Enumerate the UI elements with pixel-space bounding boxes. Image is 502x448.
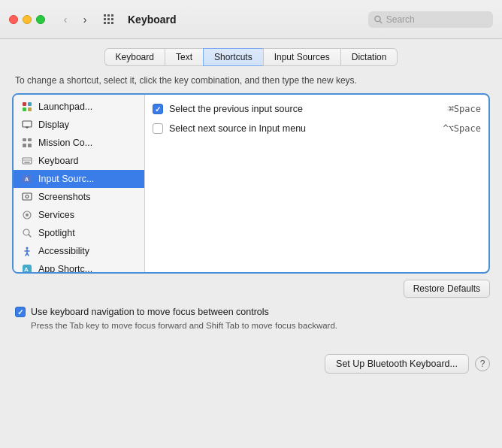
- help-button[interactable]: ?: [475, 356, 490, 371]
- svg-point-0: [375, 16, 380, 21]
- titlebar: ‹ › Keyboard: [0, 0, 502, 39]
- sidebar-label-display: Display: [38, 120, 69, 130]
- sidebar-label-app-shortcuts: App Shortc...: [38, 264, 92, 272]
- grid-icon[interactable]: [104, 14, 114, 25]
- shortcut-row-select-prev[interactable]: Select the previous input source ⌘Space: [145, 99, 488, 119]
- keyboard-nav-checkbox[interactable]: [15, 307, 26, 317]
- input-sources-icon: A: [21, 173, 33, 185]
- sidebar-label-spotlight: Spotlight: [38, 228, 75, 238]
- keyboard-nav-label: Use keyboard navigation to move focus be…: [31, 307, 269, 317]
- sidebar-item-spotlight[interactable]: Spotlight: [14, 224, 144, 242]
- svg-point-25: [26, 213, 29, 216]
- tab-input-sources[interactable]: Input Sources: [263, 48, 340, 66]
- sidebar-label-mission: Mission Co...: [38, 138, 92, 148]
- svg-text:A: A: [24, 266, 29, 272]
- svg-line-1: [380, 21, 382, 23]
- minimize-button[interactable]: [23, 15, 32, 24]
- tab-shortcuts[interactable]: Shortcuts: [203, 48, 263, 66]
- checkbox-select-prev[interactable]: [153, 104, 163, 114]
- display-icon: [21, 119, 33, 131]
- keyboard-nav-checkbox-row: Use keyboard navigation to move focus be…: [15, 307, 487, 317]
- tab-keyboard[interactable]: Keyboard: [104, 48, 165, 66]
- keyboard-icon: [21, 155, 33, 167]
- sidebar-label-input-sources: Input Sourc...: [38, 174, 94, 184]
- close-button[interactable]: [9, 15, 18, 24]
- sidebar-label-screenshots: Screenshots: [38, 192, 90, 202]
- sidebar: Launchpad... Display: [14, 95, 145, 272]
- svg-rect-11: [23, 144, 26, 147]
- main-panel: Launchpad... Display: [12, 93, 490, 274]
- app-shortcuts-icon: A: [21, 263, 33, 272]
- search-input[interactable]: [386, 14, 487, 25]
- instruction-text: To change a shortcut, select it, click t…: [12, 75, 490, 86]
- svg-rect-3: [28, 102, 32, 106]
- sidebar-label-services: Services: [38, 210, 74, 220]
- sidebar-item-screenshots[interactable]: Screenshots: [14, 188, 144, 206]
- maximize-button[interactable]: [36, 15, 45, 24]
- checkbox-select-next[interactable]: [153, 123, 163, 134]
- svg-rect-12: [28, 144, 32, 147]
- bottom-section: Use keyboard navigation to move focus be…: [12, 307, 490, 330]
- spotlight-icon: [21, 227, 33, 239]
- services-icon: [21, 209, 33, 221]
- shortcut-label-select-prev: Select the previous input source: [169, 104, 443, 114]
- nav-buttons: ‹ ›: [57, 11, 93, 28]
- content-area: Keyboard Text Shortcuts Input Sources Di…: [0, 39, 502, 347]
- svg-rect-10: [28, 138, 32, 141]
- restore-defaults-button[interactable]: Restore Defaults: [404, 280, 490, 298]
- window-title: Keyboard: [128, 14, 177, 26]
- sidebar-item-input-sources[interactable]: A Input Sourc...: [14, 170, 144, 188]
- svg-rect-4: [23, 107, 26, 111]
- shortcut-key-select-next: ^⌥Space: [443, 123, 481, 134]
- sidebar-label-keyboard: Keyboard: [38, 156, 79, 166]
- bluetooth-keyboard-button[interactable]: Set Up Bluetooth Keyboard...: [325, 354, 469, 374]
- shortcut-key-select-prev: ⌘Space: [449, 104, 481, 114]
- svg-point-23: [26, 195, 29, 198]
- svg-line-32: [27, 253, 29, 256]
- svg-rect-13: [23, 158, 32, 164]
- sidebar-label-accessibility: Accessibility: [38, 246, 89, 256]
- sidebar-item-keyboard[interactable]: Keyboard: [14, 152, 144, 170]
- accessibility-icon: [21, 245, 33, 257]
- restore-defaults-row: Restore Defaults: [12, 280, 490, 298]
- svg-rect-6: [23, 121, 32, 127]
- mission-control-icon: [21, 137, 33, 149]
- svg-line-27: [29, 235, 31, 237]
- sidebar-item-mission-control[interactable]: Mission Co...: [14, 134, 144, 152]
- back-button[interactable]: ‹: [57, 11, 74, 28]
- sidebar-item-display[interactable]: Display: [14, 116, 144, 134]
- shortcut-list: Select the previous input source ⌘Space …: [145, 95, 488, 272]
- shortcut-row-select-next[interactable]: Select next source in Input menu ^⌥Space: [145, 119, 488, 138]
- svg-rect-22: [23, 193, 32, 200]
- traffic-lights: [9, 15, 45, 24]
- forward-button[interactable]: ›: [77, 11, 93, 28]
- svg-text:A: A: [25, 177, 29, 182]
- sidebar-label-launchpad: Launchpad...: [38, 101, 92, 112]
- tab-bar: Keyboard Text Shortcuts Input Sources Di…: [12, 48, 490, 66]
- tab-dictation[interactable]: Dictation: [340, 48, 398, 66]
- bottom-bar: Set Up Bluetooth Keyboard... ?: [0, 348, 502, 380]
- tab-text[interactable]: Text: [165, 48, 203, 66]
- shortcut-label-select-next: Select next source in Input menu: [169, 123, 437, 134]
- search-bar[interactable]: [368, 11, 493, 28]
- sidebar-item-accessibility[interactable]: Accessibility: [14, 242, 144, 260]
- sidebar-item-launchpad[interactable]: Launchpad...: [14, 98, 144, 116]
- svg-rect-9: [23, 138, 26, 141]
- keyboard-nav-sublabel: Press the Tab key to move focus forward …: [31, 321, 487, 330]
- search-icon: [374, 15, 383, 24]
- sidebar-item-app-shortcuts[interactable]: A App Shortc...: [14, 260, 144, 272]
- svg-rect-5: [28, 107, 32, 111]
- sidebar-item-services[interactable]: Services: [14, 206, 144, 224]
- launchpad-icon: [21, 101, 33, 113]
- svg-rect-2: [23, 102, 26, 106]
- screenshots-icon: [21, 191, 33, 203]
- svg-point-28: [26, 247, 29, 250]
